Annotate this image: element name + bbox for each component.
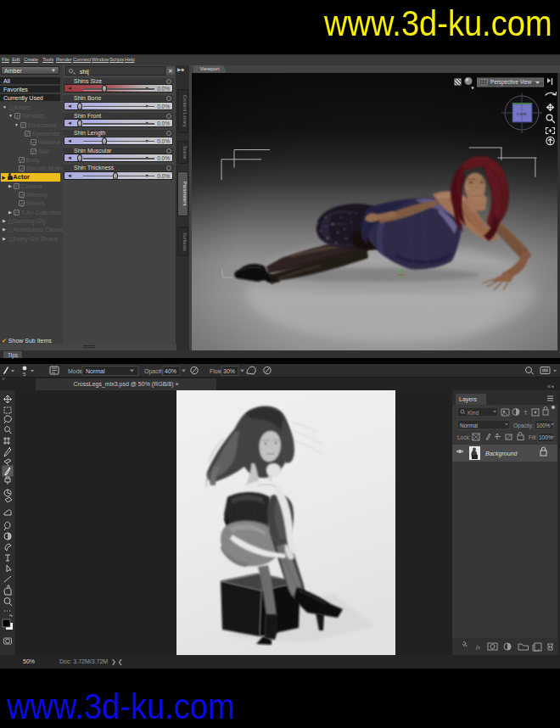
svg-text:100%: 100% — [536, 423, 551, 428]
svg-text:Perspective View: Perspective View — [490, 79, 532, 86]
svg-text:100%: 100% — [539, 434, 553, 440]
svg-text:Background: Background — [485, 451, 518, 457]
svg-text:30%: 30% — [223, 368, 235, 374]
svg-text:40%: 40% — [165, 368, 176, 374]
svg-text:Normal: Normal — [460, 423, 479, 428]
svg-text:Fill:: Fill: — [529, 434, 537, 440]
svg-text:5: 5 — [23, 372, 26, 377]
svg-text:Layers: Layers — [459, 396, 478, 403]
svg-text:fx: fx — [476, 644, 481, 651]
svg-text:T: T — [524, 409, 528, 417]
svg-text:Normal: Normal — [86, 368, 105, 374]
svg-text:Opacity:: Opacity: — [513, 423, 534, 429]
svg-text:Lock:: Lock: — [457, 434, 471, 440]
svg-text:z axis: z axis — [517, 112, 527, 116]
svg-text:Kind: Kind — [468, 410, 479, 416]
